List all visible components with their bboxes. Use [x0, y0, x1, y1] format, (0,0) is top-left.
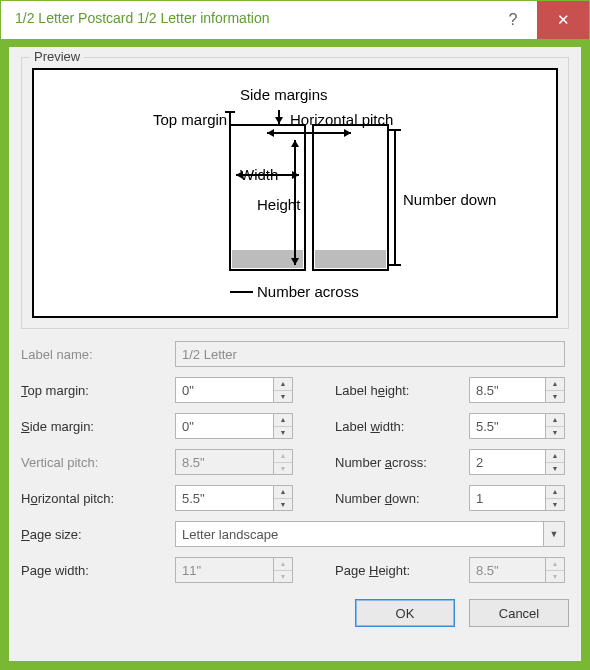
page-height-field: ▲▼ — [469, 557, 565, 583]
page-width-field: ▲▼ — [175, 557, 293, 583]
number-across-input[interactable] — [469, 449, 545, 475]
chevron-up-icon: ▲ — [546, 558, 564, 571]
dialog-body: Preview — [1, 39, 589, 669]
diagram-label-number-across: Number across — [257, 283, 359, 300]
chevron-down-icon: ▼ — [546, 391, 564, 403]
cancel-button[interactable]: Cancel — [469, 599, 569, 627]
chevron-up-icon: ▲ — [274, 486, 292, 499]
number-down-input[interactable] — [469, 485, 545, 511]
diagram-label-width: Width — [240, 166, 278, 183]
diagram-label-side-margins: Side margins — [240, 86, 328, 103]
top-margin-field[interactable]: ▲▼ — [175, 377, 293, 403]
titlebar: 1/2 Letter Postcard 1/2 Letter informati… — [1, 1, 589, 39]
chevron-up-icon: ▲ — [274, 378, 292, 391]
page-size-dropdown-button[interactable]: ▼ — [543, 521, 565, 547]
label-width-spinner[interactable]: ▲▼ — [545, 413, 565, 439]
label-width-field[interactable]: ▲▼ — [469, 413, 565, 439]
preview-diagram: Side margins Top margin Horizontal pitch… — [32, 68, 558, 318]
chevron-up-icon: ▲ — [546, 450, 564, 463]
number-across-spinner[interactable]: ▲▼ — [545, 449, 565, 475]
side-margin-spinner[interactable]: ▲▼ — [273, 413, 293, 439]
label-height-label: Label height: — [335, 383, 463, 398]
diagram-label-top-margin: Top margin — [153, 111, 227, 128]
chevron-up-icon: ▲ — [274, 450, 292, 463]
label-name-field — [175, 341, 565, 367]
chevron-down-icon: ▼ — [274, 391, 292, 403]
chevron-up-icon: ▲ — [546, 378, 564, 391]
chevron-up-icon: ▲ — [546, 414, 564, 427]
preview-fieldset: Preview — [21, 57, 569, 329]
page-width-spinner: ▲▼ — [273, 557, 293, 583]
number-across-field[interactable]: ▲▼ — [469, 449, 565, 475]
page-size-label: Page size: — [21, 527, 169, 542]
chevron-down-icon: ▼ — [546, 499, 564, 511]
chevron-down-icon: ▼ — [274, 499, 292, 511]
vertical-pitch-spinner: ▲▼ — [273, 449, 293, 475]
label-width-label: Label width: — [335, 419, 463, 434]
diagram-label-number-down: Number down — [403, 191, 496, 208]
chevron-down-icon: ▼ — [274, 427, 292, 439]
chevron-down-icon: ▼ — [546, 571, 564, 583]
page-size-value[interactable] — [175, 521, 543, 547]
top-margin-input[interactable] — [175, 377, 273, 403]
page-width-input — [175, 557, 273, 583]
number-down-field[interactable]: ▲▼ — [469, 485, 565, 511]
horizontal-pitch-label: Horizontal pitch: — [21, 491, 169, 506]
side-margin-field[interactable]: ▲▼ — [175, 413, 293, 439]
chevron-down-icon: ▼ — [274, 571, 292, 583]
chevron-down-icon: ▼ — [550, 529, 559, 539]
label-height-spinner[interactable]: ▲▼ — [545, 377, 565, 403]
page-height-spinner: ▲▼ — [545, 557, 565, 583]
dialog-title: 1/2 Letter Postcard 1/2 Letter informati… — [1, 1, 489, 39]
number-down-spinner[interactable]: ▲▼ — [545, 485, 565, 511]
chevron-down-icon: ▼ — [546, 463, 564, 475]
page-height-label: Page Height: — [335, 563, 463, 578]
dialog-window: 1/2 Letter Postcard 1/2 Letter informati… — [0, 0, 590, 670]
label-height-input[interactable] — [469, 377, 545, 403]
close-icon: ✕ — [557, 11, 570, 29]
label-name-label: Label name: — [21, 347, 169, 362]
dialog-footer: OK Cancel — [21, 599, 569, 627]
svg-rect-3 — [315, 250, 386, 268]
side-margin-input[interactable] — [175, 413, 273, 439]
label-name-field-wrap — [175, 341, 565, 367]
chevron-up-icon: ▲ — [274, 558, 292, 571]
top-margin-label: Top margin: — [21, 383, 169, 398]
help-icon: ? — [509, 11, 518, 29]
horizontal-pitch-spinner[interactable]: ▲▼ — [273, 485, 293, 511]
horizontal-pitch-input[interactable] — [175, 485, 273, 511]
svg-marker-7 — [275, 117, 283, 124]
svg-rect-1 — [313, 125, 388, 270]
preview-svg: Side margins Top margin Horizontal pitch… — [34, 70, 556, 316]
number-across-label: Number across: — [335, 455, 463, 470]
chevron-down-icon: ▼ — [546, 427, 564, 439]
label-height-field[interactable]: ▲▼ — [469, 377, 565, 403]
help-button[interactable]: ? — [489, 1, 537, 39]
number-down-label: Number down: — [335, 491, 463, 506]
chevron-up-icon: ▲ — [274, 414, 292, 427]
page-width-label: Page width: — [21, 563, 169, 578]
top-margin-spinner[interactable]: ▲▼ — [273, 377, 293, 403]
horizontal-pitch-field[interactable]: ▲▼ — [175, 485, 293, 511]
chevron-up-icon: ▲ — [546, 486, 564, 499]
preview-legend: Preview — [30, 49, 84, 64]
chevron-down-icon: ▼ — [274, 463, 292, 475]
page-height-input — [469, 557, 545, 583]
vertical-pitch-input — [175, 449, 273, 475]
diagram-label-height: Height — [257, 196, 301, 213]
side-margin-label: Side margin: — [21, 419, 169, 434]
ok-button[interactable]: OK — [355, 599, 455, 627]
page-size-wrap: ▼ — [175, 521, 565, 547]
label-width-input[interactable] — [469, 413, 545, 439]
diagram-label-horizontal-pitch: Horizontal pitch — [290, 111, 393, 128]
vertical-pitch-label: Vertical pitch: — [21, 455, 169, 470]
close-button[interactable]: ✕ — [537, 1, 589, 39]
vertical-pitch-field: ▲▼ — [175, 449, 293, 475]
page-size-select[interactable]: ▼ — [175, 521, 565, 547]
form-grid: Label name: Top margin: ▲▼ Label height:… — [21, 341, 569, 583]
